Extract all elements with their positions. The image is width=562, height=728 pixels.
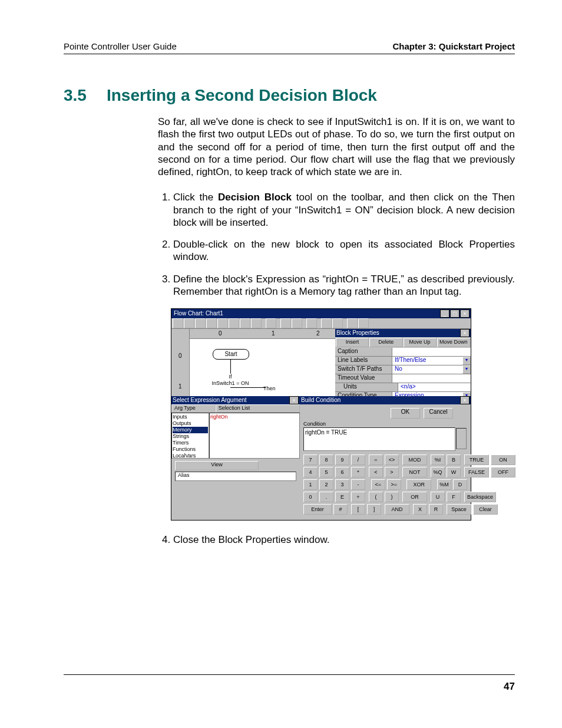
step-4: Close the Block Properties window. — [173, 533, 515, 546]
step-3: Define the block's Expression as “rightO… — [173, 273, 515, 298]
decision-node[interactable]: If InSwitch1 = ON — [201, 374, 259, 387]
key-8[interactable]: 8 — [319, 454, 333, 465]
header-left: Pointe Controller User Guide — [64, 41, 177, 51]
toolbar-icon[interactable] — [217, 318, 228, 328]
key-backspace[interactable]: Backspace — [464, 492, 496, 502]
toolbar-icon[interactable] — [292, 318, 302, 328]
delete-button[interactable]: Delete — [369, 338, 402, 347]
condition-label: Condition — [300, 421, 471, 427]
alias-field[interactable]: Alias — [175, 472, 296, 481]
key-div[interactable]: / — [351, 454, 365, 465]
running-head: Pointe Controller User Guide Chapter 3: … — [64, 41, 515, 54]
close-icon[interactable]: × — [460, 396, 470, 404]
toolbar-icon[interactable] — [229, 318, 239, 328]
argtype-header: Arg Type — [171, 404, 216, 413]
insert-button[interactable]: Insert — [336, 338, 369, 347]
toolbar-icon[interactable] — [306, 318, 317, 328]
toolbar-icon[interactable] — [358, 318, 369, 328]
block-properties-panel: Block Properties × Insert Delete Move Up… — [335, 329, 471, 396]
close-icon[interactable]: × — [460, 329, 470, 337]
close-button[interactable]: × — [460, 309, 470, 318]
key-eq[interactable]: = — [369, 454, 383, 465]
chevron-down-icon[interactable]: ▾ — [462, 357, 471, 365]
toolbar-icon[interactable] — [173, 318, 183, 328]
step-1: Click the Decision Block tool on the too… — [173, 191, 515, 229]
key-clear[interactable]: Clear — [473, 504, 498, 515]
key-9[interactable]: 9 — [335, 454, 349, 465]
toolbar-icon[interactable] — [195, 318, 206, 328]
steps-list-cont: Close the Block Properties window. — [158, 533, 515, 546]
section-title: Inserting a Second Decision Block — [107, 86, 377, 105]
cancel-button[interactable]: Cancel — [424, 408, 453, 419]
steps-list: Click the Decision Block tool on the too… — [158, 191, 515, 298]
key-space[interactable]: Space — [447, 504, 471, 515]
window-titlebar: Flow Chart: Chart1 _ □ × — [171, 309, 471, 318]
key-7[interactable]: 7 — [303, 454, 318, 465]
selectionlist-header: Selection List — [216, 404, 300, 413]
toolbar-icon[interactable] — [184, 318, 194, 328]
toolbar-icon[interactable] — [251, 318, 262, 328]
key-mod[interactable]: MOD — [402, 454, 427, 465]
toolbar-icon[interactable] — [240, 318, 250, 328]
then-label: Then — [263, 386, 276, 392]
header-right: Chapter 3: Quickstart Project — [392, 41, 515, 51]
scrollbar[interactable] — [456, 428, 467, 449]
footer-rule — [64, 674, 515, 675]
key-ne[interactable]: <> — [385, 454, 399, 465]
condition-input[interactable]: rightOn = TRUE — [303, 427, 455, 451]
moveup-button[interactable]: Move Up — [404, 338, 437, 347]
key-enter[interactable]: Enter — [303, 504, 332, 515]
toolbar-icon[interactable] — [347, 318, 358, 328]
start-node[interactable]: Start — [213, 349, 249, 360]
section-number: 3.5 — [64, 86, 87, 105]
toolbar-icon[interactable] — [280, 318, 291, 328]
screenshot-figure: Flow Chart: Chart1 _ □ × — [171, 308, 471, 521]
key-b[interactable]: B — [447, 454, 461, 465]
step-2: Double-click on the new block to open it… — [173, 238, 515, 263]
movedown-button[interactable]: Move Down — [437, 338, 470, 347]
toolbar-icon[interactable] — [321, 318, 332, 328]
section-heading: 3.5 Inserting a Second Decision Block — [64, 86, 515, 105]
toolbar-icon[interactable] — [266, 318, 276, 328]
key-pi[interactable]: %I — [431, 454, 445, 465]
ok-button[interactable]: OK — [391, 408, 420, 419]
argtype-list[interactable]: Inputs Outputs Memory Strings Timers Fun… — [171, 413, 209, 459]
key-true[interactable]: TRUE — [464, 454, 489, 465]
minimize-button[interactable]: _ — [440, 309, 449, 318]
toolbar-icon[interactable] — [206, 318, 217, 328]
toolbar — [171, 318, 471, 329]
build-condition-panel: Build Condition × OK Cancel Condition ri… — [300, 396, 471, 520]
close-icon[interactable]: × — [289, 396, 299, 404]
view-button[interactable]: View — [175, 461, 259, 470]
intro-paragraph: So far, all we've done is check to see i… — [158, 116, 515, 178]
page-number: 47 — [504, 681, 515, 693]
maximize-button[interactable]: □ — [450, 309, 459, 318]
keypad: 789/ =<> MOD %IB TRUEON 456* <> NOT %QW … — [300, 451, 471, 515]
window-title: Flow Chart: Chart1 — [173, 310, 439, 318]
key-on[interactable]: ON — [491, 454, 515, 465]
toolbar-icon[interactable] — [332, 318, 343, 328]
selection-list[interactable]: rightOn — [209, 413, 300, 459]
flowchart-canvas[interactable]: 0 1 2 0 1 Start If InSwitch1 = ON Then — [171, 329, 336, 397]
select-expression-panel: Select Expression Argument × Arg Type Se… — [171, 396, 300, 520]
chevron-down-icon[interactable]: ▾ — [462, 365, 471, 374]
